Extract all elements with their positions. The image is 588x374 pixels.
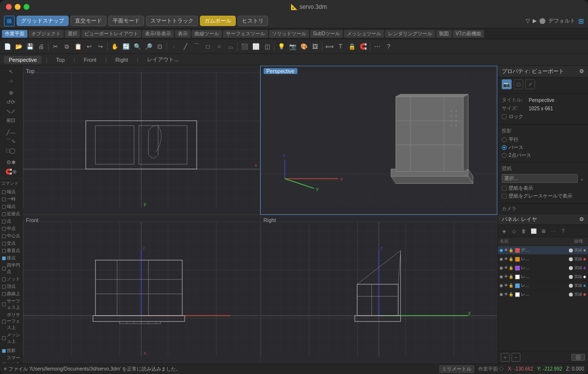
- zoom-in-icon[interactable]: 🔍: [132, 41, 143, 52]
- snap-intersection[interactable]: 交点: [1, 240, 21, 247]
- grayscale-row[interactable]: 壁紙をグレースケールで表示: [502, 193, 584, 199]
- box-icon[interactable]: □: [202, 41, 213, 52]
- layer-item-3[interactable]: 👁 🔒 レ... 実線 ◆: [498, 273, 588, 281]
- vp-tab-right[interactable]: Right: [111, 56, 133, 64]
- new-icon[interactable]: 📄: [2, 41, 13, 52]
- camera-icon[interactable]: 📷: [502, 79, 512, 89]
- planar-button[interactable]: 平面モード: [108, 16, 144, 26]
- layer-new-icon[interactable]: ◈: [500, 226, 509, 235]
- gender-icon[interactable]: ♂: [525, 79, 535, 89]
- dim-icon[interactable]: ⟺: [324, 41, 335, 52]
- layer-item-0[interactable]: 👁 🔒 デ... 実線 ◈: [498, 246, 588, 255]
- snap-on-surface[interactable]: サーフェス上: [1, 298, 21, 311]
- snap-icon[interactable]: 🧲: [358, 41, 368, 52]
- wallpaper-select-arrow[interactable]: ⌄: [580, 175, 584, 182]
- close-button[interactable]: [6, 4, 12, 10]
- layer-more-icon[interactable]: ⋯: [549, 226, 558, 235]
- help-icon[interactable]: ?: [383, 41, 394, 52]
- viewport-top[interactable]: Top x: [23, 66, 260, 215]
- record-icon[interactable]: [539, 18, 545, 24]
- parallel-radio[interactable]: [502, 137, 507, 142]
- viewport-front[interactable]: Front: [23, 215, 260, 364]
- snap-point-check[interactable]: [2, 220, 6, 224]
- smart-track-button[interactable]: スマートトラック: [146, 16, 198, 26]
- show-wallpaper-checkbox[interactable]: [502, 186, 507, 191]
- proj-2pt-perspective[interactable]: 2点パース: [502, 152, 584, 159]
- snap-surf-check[interactable]: [2, 302, 6, 306]
- snap-point[interactable]: 点: [1, 218, 21, 225]
- viewport-icon[interactable]: ⊞: [4, 16, 15, 26]
- unit-display[interactable]: ミリメートル: [439, 365, 474, 373]
- filter-icon[interactable]: ▽: [526, 18, 530, 24]
- layer-gear-icon[interactable]: ⚙: [579, 216, 584, 223]
- zoom-all-icon[interactable]: ⊡: [154, 41, 165, 52]
- layer-item-1[interactable]: 👁 🔒 レ... 実線 ◆: [498, 255, 588, 264]
- snap-near[interactable]: 端点: [1, 203, 21, 210]
- layer-sublayer-icon[interactable]: ◇: [510, 226, 518, 235]
- open-icon[interactable]: 📂: [13, 41, 24, 52]
- layer-help-icon[interactable]: ?: [559, 226, 567, 235]
- snap-vertex[interactable]: 頂点: [1, 283, 21, 290]
- tab-v7-new[interactable]: V7の新機能: [453, 30, 484, 38]
- snap-near-check[interactable]: [2, 205, 6, 209]
- layer-move-up-icon[interactable]: ⬜: [529, 226, 538, 235]
- tab-solid-tools[interactable]: ソリッドツール: [269, 30, 309, 38]
- grayscale-checkbox[interactable]: [502, 194, 507, 199]
- vp-tab-perspective[interactable]: Perspective: [4, 56, 42, 64]
- viewport-perspective[interactable]: Perspective: [260, 66, 498, 215]
- more-icon[interactable]: ⋯: [372, 41, 383, 52]
- snap-tang-check[interactable]: [2, 256, 6, 260]
- material-icon[interactable]: 🎨: [298, 41, 309, 52]
- snap-on-polysurf[interactable]: ポリサーフェス上: [1, 311, 21, 331]
- snap-quad[interactable]: 四半円点: [1, 262, 21, 275]
- tab-subd-tools[interactable]: SubDツール: [310, 30, 343, 38]
- scale-icon[interactable]: ⤡⤢: [1, 107, 21, 116]
- snap-vertex-check[interactable]: [2, 285, 6, 289]
- move-icon[interactable]: ⊕: [1, 89, 21, 97]
- camera-tool-icon[interactable]: 📷: [287, 41, 298, 52]
- snap-magnet-icon[interactable]: 🧲⊕: [1, 168, 21, 176]
- snap-center-check[interactable]: [2, 234, 6, 238]
- perspective-radio[interactable]: [502, 145, 507, 150]
- copy-icon[interactable]: ⧉: [61, 41, 72, 52]
- arc-icon[interactable]: ⌓: [225, 41, 236, 52]
- tab-render-tools[interactable]: レンダリングツール: [385, 30, 435, 38]
- tab-surface-tools[interactable]: サーフェスツール: [223, 30, 268, 38]
- snap-curve-check[interactable]: [2, 292, 6, 296]
- play-icon[interactable]: ▶: [533, 18, 537, 24]
- tab-view[interactable]: 表示: [175, 30, 191, 38]
- circle-icon[interactable]: ○: [214, 41, 224, 52]
- viewport-right[interactable]: Right y: [260, 215, 498, 364]
- zoom-out-icon[interactable]: 🔎: [143, 41, 154, 52]
- rotate3d-icon[interactable]: ↺⟳: [1, 98, 21, 106]
- snap-tangent-item[interactable]: 接点: [1, 254, 21, 262]
- maximize-button[interactable]: [24, 4, 29, 10]
- snap-mesh-check[interactable]: [2, 336, 6, 340]
- sweep-icon[interactable]: ◫: [262, 41, 272, 52]
- line-icon[interactable]: ╱: [180, 41, 191, 52]
- snap-temp-check[interactable]: [2, 198, 6, 201]
- loft-icon[interactable]: ⬜: [250, 41, 261, 52]
- rect-icon[interactable]: □: [514, 79, 523, 89]
- snap-on-curve[interactable]: 曲線上: [1, 290, 21, 298]
- snap-perpendicular[interactable]: 垂直点: [1, 247, 21, 254]
- lock-checkbox[interactable]: [502, 114, 507, 119]
- work-plane-display[interactable]: 作業平面 ◇: [478, 366, 504, 373]
- transform-icon[interactable]: ⊞⊡: [1, 117, 21, 125]
- tab-drafting[interactable]: 製図: [436, 30, 452, 38]
- save-icon[interactable]: 💾: [24, 41, 35, 52]
- shape-tool[interactable]: □◯: [1, 147, 21, 155]
- pan-icon[interactable]: ✋: [109, 41, 120, 52]
- light-icon[interactable]: 💡: [276, 41, 287, 52]
- snap-near2-check[interactable]: [2, 212, 6, 216]
- layout-icon[interactable]: ⊞: [578, 17, 584, 25]
- proj-parallel[interactable]: 平行: [502, 136, 584, 143]
- snap-mid[interactable]: 中点: [1, 225, 21, 232]
- render-icon[interactable]: 🖼: [310, 41, 320, 52]
- snap-near2[interactable]: 近接点: [1, 210, 21, 218]
- redo-icon[interactable]: ↪: [95, 41, 106, 52]
- layer-toggle[interactable]: [571, 354, 585, 361]
- layer-display-icon[interactable]: 🖥: [539, 226, 548, 235]
- snap-smart-check[interactable]: [2, 363, 6, 363]
- grid-snap-button[interactable]: グリッドスナップ: [17, 16, 69, 26]
